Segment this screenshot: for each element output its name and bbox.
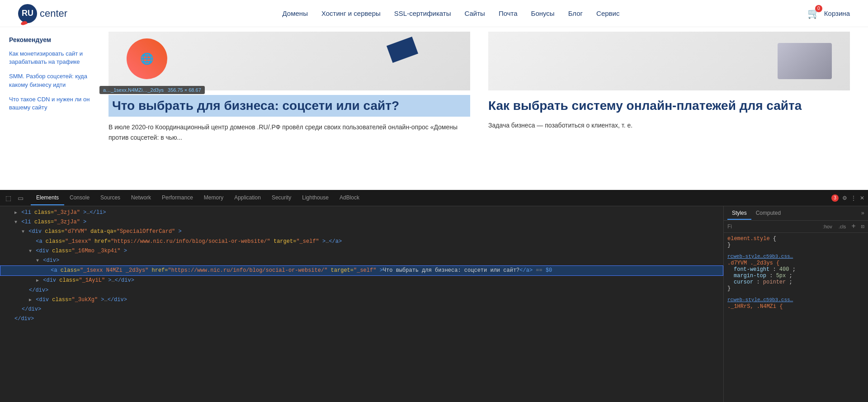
tab-performance[interactable]: Performance	[156, 191, 198, 205]
html-line-4[interactable]: ▶ <a class="_1sexx" href="https://www.ni…	[0, 237, 723, 246]
logo-ru-circle: RU	[18, 4, 37, 23]
devtools-left-icons: ⬚ ▭	[4, 194, 25, 203]
tooltip-dimensions: 356.75 × 68.67	[168, 87, 201, 93]
sidebar-title: Рекомендуем	[9, 36, 90, 43]
settings-icon[interactable]: ⚙	[842, 195, 847, 201]
styles-panel: Styles Computed » :hov .cls + ⊡ element.…	[723, 206, 868, 402]
tab-application[interactable]: Application	[229, 191, 266, 205]
html-line-selected[interactable]: ▶ <a class="_1sexx N4MZi _2d3ys" href="h…	[0, 265, 723, 276]
styles-filter-input[interactable]	[727, 223, 817, 230]
html-line-11[interactable]: </div>	[0, 305, 723, 314]
sidebar-link-1[interactable]: Как монетизировать сайт и зарабатывать н…	[9, 50, 90, 66]
element-style-block: element.style { }	[727, 236, 864, 248]
nav-domeny[interactable]: Домены	[283, 9, 308, 17]
style-selector-2: ._1HRrS, .N4MZi {	[727, 303, 864, 310]
style-rule-1-close: }	[727, 285, 864, 292]
tab-security[interactable]: Security	[266, 191, 297, 205]
nav-sites[interactable]: Сайты	[465, 9, 485, 17]
style-rule-1: rcweb-style…c59b3.css… .d7YVM ._2d3ys { …	[727, 254, 864, 292]
article-title-right[interactable]: Как выбрать систему онлайн-платежей для …	[488, 98, 850, 114]
html-line-1[interactable]: ▶ <li class="_3zjJa" >…</li>	[0, 208, 723, 218]
article-left: 🌐 a…_1sexx.N4MZi…_2d3ys 356.75 × 68.67 Ч…	[99, 27, 479, 190]
styles-tab-styles[interactable]: Styles	[727, 207, 751, 220]
device-icon[interactable]: ▭	[16, 194, 25, 203]
close-icon[interactable]: ✕	[860, 195, 864, 201]
nav-bar: RU center Домены Хостинг и серверы SSL-с…	[0, 0, 868, 27]
logo[interactable]: RU center	[18, 4, 67, 23]
tooltip-class: a…_1sexx.N4MZi…_2d3ys	[103, 87, 164, 93]
styles-tabs: Styles Computed »	[724, 206, 868, 221]
devtools-right-icons: 3 ⚙ ⋮ ✕	[831, 194, 864, 202]
error-badge: 3	[831, 194, 839, 202]
elements-panel: ▶ <li class="_3zjJa" >…</li> ▼ <li class…	[0, 206, 723, 402]
element-size-tooltip: a…_1sexx.N4MZi…_2d3ys 356.75 × 68.67	[99, 86, 205, 94]
html-line-3[interactable]: ▼ <div class="d7YVM" data-qa="SpecialOff…	[0, 227, 723, 236]
html-line-6[interactable]: ▼ <div>	[0, 256, 723, 265]
nav-mail[interactable]: Почта	[499, 9, 518, 17]
inspect-icon[interactable]: ⬚	[4, 194, 13, 203]
add-style-btn[interactable]: +	[851, 222, 856, 231]
img-decoration-laptop	[778, 43, 832, 79]
nav-ssl[interactable]: SSL-сертификаты	[394, 9, 451, 17]
style-prop-font-weight: font-weight : 400 ;	[727, 266, 864, 273]
styles-content: element.style { } rcweb-style…c59b3.css……	[724, 233, 868, 402]
cls-filter-btn[interactable]: .cls	[837, 223, 848, 230]
element-style-label: element.style {	[727, 236, 864, 242]
img-decoration-circle: 🌐	[127, 38, 167, 79]
cart-icon[interactable]: 🛒 0	[807, 8, 820, 19]
style-prop-cursor: cursor : pointer ;	[727, 279, 864, 285]
nav-bonus[interactable]: Бонусы	[531, 9, 555, 17]
tab-console[interactable]: Console	[64, 191, 95, 205]
article-title-left[interactable]: Что выбрать для бизнеса: соцсети или сай…	[108, 95, 470, 117]
tab-elements[interactable]: Elements	[31, 191, 64, 205]
style-rule-2: rcweb-style…c59b3.css… ._1HRrS, .N4MZi {	[727, 297, 864, 310]
html-line-10[interactable]: ▶ <div class="_3ukXg" >…</div>	[0, 295, 723, 305]
styles-tab-computed[interactable]: Computed	[751, 207, 785, 220]
more-icon[interactable]: ⋮	[851, 195, 856, 201]
tab-memory[interactable]: Memory	[198, 191, 229, 205]
sidebar-link-3[interactable]: Что такое CDN и нужен ли он вашему сайту	[9, 95, 90, 112]
tab-network[interactable]: Network	[126, 191, 156, 205]
article-image-right	[488, 32, 850, 90]
logo-text: center	[40, 8, 67, 19]
tab-adblock[interactable]: AdBlock	[334, 191, 365, 205]
devtools-tabs-bar: ⬚ ▭ Elements Console Sources Network Per…	[0, 190, 868, 206]
styles-filter-row: :hov .cls + ⊡	[724, 221, 868, 233]
tab-sources[interactable]: Sources	[95, 191, 126, 205]
article-right: Как выбрать систему онлайн-платежей для …	[479, 27, 868, 190]
nav-blog[interactable]: Блог	[568, 9, 583, 17]
style-prop-margin-top: margin-top : 5px ;	[727, 273, 864, 279]
style-source-2[interactable]: rcweb-style…c59b3.css…	[727, 297, 864, 303]
tab-lighthouse[interactable]: Lighthouse	[297, 191, 334, 205]
style-source-1[interactable]: rcweb-style…c59b3.css…	[727, 254, 864, 259]
nav-right: 🛒 0 Корзина	[807, 8, 850, 19]
nav-service[interactable]: Сервис	[596, 9, 619, 17]
img-decoration-triangle	[387, 37, 418, 63]
nav-links: Домены Хостинг и серверы SSL-сертификаты…	[94, 9, 807, 17]
main-content: 🌐 a…_1sexx.N4MZi…_2d3ys 356.75 × 68.67 Ч…	[99, 27, 868, 190]
element-style-close: }	[727, 242, 864, 248]
hov-filter-btn[interactable]: :hov	[821, 223, 834, 230]
html-line-12[interactable]: </div>	[0, 314, 723, 324]
cart-label[interactable]: Корзина	[824, 9, 850, 17]
content-area: Рекомендуем Как монетизировать сайт и за…	[0, 27, 868, 190]
styles-filter-buttons: :hov .cls	[821, 223, 848, 230]
sidebar: Рекомендуем Как монетизировать сайт и за…	[0, 27, 99, 190]
styles-more-icon[interactable]: »	[861, 210, 864, 217]
article-text-right: Задача бизнеса — позаботиться о клиентах…	[488, 120, 850, 130]
expand-pane-btn[interactable]: ⊡	[861, 223, 864, 230]
html-line-9[interactable]: </div>	[0, 286, 723, 295]
devtools-panel: ⬚ ▭ Elements Console Sources Network Per…	[0, 190, 868, 402]
sidebar-link-2[interactable]: SMM. Разбор соцсетей: куда какому бизнес…	[9, 72, 90, 89]
style-selector-1: .d7YVM ._2d3ys {	[727, 260, 864, 266]
article-text-left: В июле 2020-го Координационный центр дом…	[108, 122, 470, 142]
html-line-2[interactable]: ▼ <li class="_3zjJa" >	[0, 218, 723, 227]
devtools-body: ▶ <li class="_3zjJa" >…</li> ▼ <li class…	[0, 206, 868, 402]
html-line-8[interactable]: ▶ <div class="_1AyiL" >…</div>	[0, 276, 723, 285]
nav-hosting[interactable]: Хостинг и серверы	[321, 9, 381, 17]
article-image-left: 🌐	[108, 32, 470, 90]
html-line-5[interactable]: ▼ <div class="_16Mmo _3kp4i" >	[0, 246, 723, 256]
cart-badge: 0	[815, 5, 822, 12]
